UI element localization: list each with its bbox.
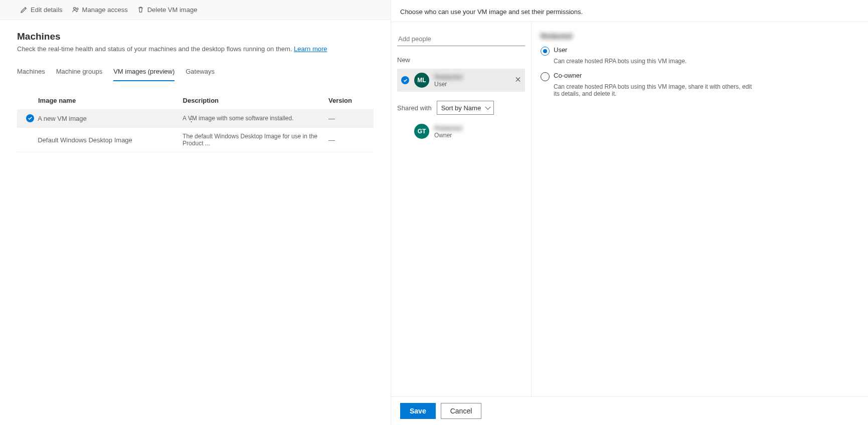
tab-gateways[interactable]: Gateways (186, 64, 215, 81)
permission-desc: Can create hosted RPA bots using this VM… (554, 83, 754, 97)
cell-version: — (328, 115, 368, 122)
cell-name: A new VM image (38, 115, 183, 122)
tab-machine-groups[interactable]: Machine groups (56, 64, 103, 81)
delete-vm-button[interactable]: Delete VM image (137, 6, 198, 14)
cell-desc: The default Windows Desktop Image for us… (183, 133, 328, 147)
col-header-desc[interactable]: Description (183, 97, 328, 104)
page-description: Check the real-time health and status of… (17, 45, 374, 53)
command-bar: Edit details Manage access Delete VM ima… (0, 0, 391, 20)
manage-access-button[interactable]: Manage access (72, 6, 128, 14)
avatar: ML (414, 73, 429, 88)
permissions-column: Redacted User Can create hosted RPA bots… (532, 22, 868, 396)
person-row-new[interactable]: ML Redacted User (397, 69, 525, 92)
share-panel: Choose who can use your VM image and set… (391, 0, 868, 425)
page-desc-text: Check the real-time health and status of… (17, 45, 294, 53)
svg-point-0 (73, 8, 75, 10)
remove-person-button[interactable] (515, 77, 521, 84)
person-role: Owner (434, 132, 462, 139)
col-header-name[interactable]: Image name (38, 97, 183, 104)
close-icon (515, 77, 521, 83)
permission-radio-user[interactable] (541, 47, 550, 56)
delete-vm-label: Delete VM image (147, 6, 198, 14)
selected-person-title: Redacted (541, 32, 859, 40)
cell-desc: A VM image with some software installed. (183, 115, 328, 122)
check-icon (26, 114, 34, 122)
tabs: Machines Machine groups VM images (previ… (17, 64, 374, 82)
new-section-label: New (397, 56, 525, 64)
cancel-button[interactable]: Cancel (441, 403, 482, 419)
edit-details-button[interactable]: Edit details (20, 6, 63, 14)
table-row[interactable]: Default Windows Desktop Image The defaul… (17, 128, 374, 152)
shared-with-label: Shared with (397, 104, 432, 112)
permission-desc: Can create hosted RPA bots using this VM… (554, 58, 754, 65)
add-people-input[interactable] (397, 32, 525, 46)
person-name: Redacted (434, 124, 462, 132)
sort-select[interactable]: Sort by Name (437, 101, 494, 115)
avatar: GT (414, 124, 429, 139)
row-more-button[interactable]: ⋮ (188, 115, 195, 122)
svg-point-1 (76, 8, 78, 10)
tab-vm-images[interactable]: VM images (preview) (113, 64, 175, 81)
panel-footer: Save Cancel (391, 396, 868, 425)
table-row[interactable]: A new VM image ⋮ A VM image with some so… (17, 109, 374, 128)
panel-description: Choose who can use your VM image and set… (391, 0, 868, 22)
edit-details-label: Edit details (31, 6, 63, 14)
vm-images-table: Image name Description Version A new VM … (17, 97, 374, 152)
manage-access-label: Manage access (82, 6, 128, 14)
person-row-owner[interactable]: GT Redacted Owner (397, 120, 525, 143)
col-header-version[interactable]: Version (328, 97, 368, 104)
cell-name: Default Windows Desktop Image (38, 136, 183, 144)
permission-radio-coowner[interactable] (541, 72, 550, 81)
people-icon (72, 6, 79, 14)
cell-version: — (328, 136, 368, 144)
learn-more-link[interactable]: Learn more (294, 45, 327, 53)
person-name: Redacted (434, 73, 462, 81)
page-title: Machines (17, 31, 374, 42)
permission-label: User (554, 46, 567, 54)
pencil-icon (20, 6, 28, 14)
table-header: Image name Description Version (17, 97, 374, 109)
check-icon (401, 76, 409, 84)
people-column: New ML Redacted User Shared with Sort by… (391, 22, 532, 396)
row-checkbox[interactable] (22, 114, 38, 122)
trash-icon (137, 6, 144, 14)
person-role: User (434, 81, 462, 88)
save-button[interactable]: Save (400, 403, 436, 419)
permission-label: Co-owner (554, 72, 582, 79)
tab-machines[interactable]: Machines (17, 64, 45, 81)
